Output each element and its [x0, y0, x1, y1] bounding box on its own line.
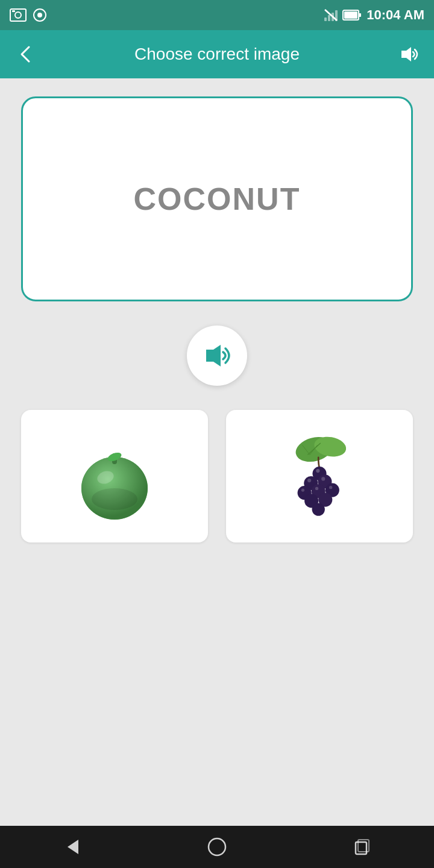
app-bar-title: Choose correct image — [134, 45, 300, 64]
app-bar: Choose correct image — [0, 30, 434, 78]
svg-point-39 — [301, 488, 304, 491]
svg-marker-42 — [68, 840, 78, 854]
svg-point-4 — [37, 13, 42, 17]
svg-point-40 — [315, 487, 318, 490]
svg-point-1 — [15, 12, 21, 18]
status-bar-left — [10, 8, 47, 22]
battery-icon — [342, 9, 362, 21]
word-display: COCONUT — [134, 181, 301, 217]
nav-home-button[interactable] — [199, 829, 235, 865]
svg-rect-12 — [344, 11, 357, 19]
nav-recent-button[interactable] — [344, 829, 380, 865]
image-options — [21, 410, 413, 542]
svg-rect-6 — [324, 17, 327, 21]
svg-point-43 — [209, 838, 225, 855]
svg-point-36 — [316, 469, 319, 473]
sound-button[interactable] — [187, 326, 247, 386]
settings-icon — [33, 8, 47, 22]
no-signal-icon — [324, 9, 338, 21]
status-time: 10:04 AM — [366, 7, 424, 23]
svg-rect-13 — [359, 13, 361, 17]
svg-point-41 — [329, 486, 332, 489]
bottom-nav — [0, 826, 434, 868]
main-content: COCONUT — [0, 78, 434, 826]
svg-marker-15 — [206, 345, 221, 366]
status-bar: 10:04 AM — [0, 0, 434, 30]
volume-button[interactable] — [395, 41, 422, 68]
image-option-coconut[interactable] — [21, 410, 208, 542]
image-option-grapes[interactable] — [226, 410, 413, 542]
svg-point-37 — [307, 479, 311, 482]
nav-back-button[interactable] — [54, 829, 90, 865]
svg-point-21 — [92, 488, 137, 510]
svg-point-35 — [312, 503, 325, 515]
word-card: COCONUT — [21, 96, 413, 301]
svg-marker-14 — [401, 47, 411, 61]
svg-rect-7 — [328, 15, 330, 21]
back-button[interactable] — [12, 41, 39, 68]
svg-point-38 — [321, 477, 325, 480]
svg-rect-2 — [12, 10, 15, 12]
photo-icon — [10, 8, 27, 22]
status-bar-right: 10:04 AM — [324, 7, 424, 23]
